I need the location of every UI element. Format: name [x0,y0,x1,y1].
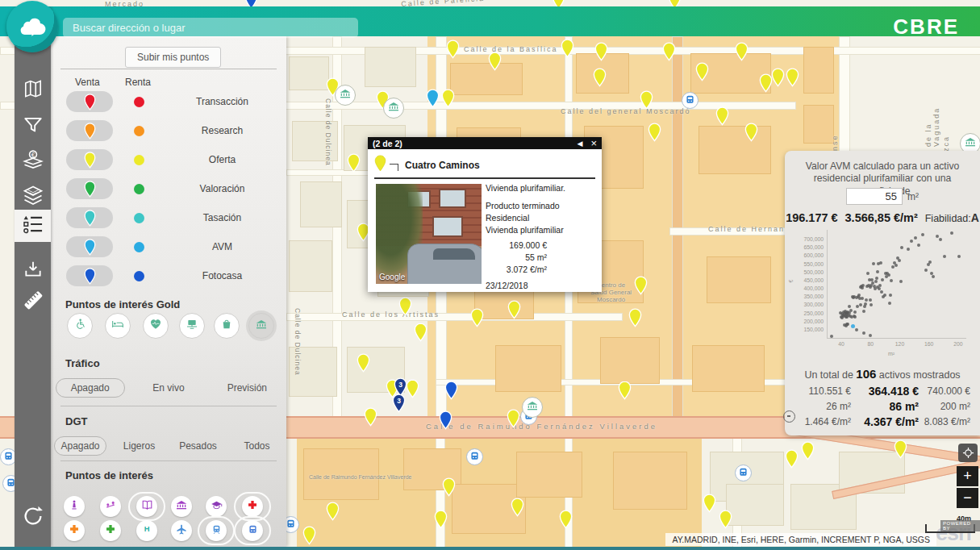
info-circle-icon[interactable] [783,410,795,423]
surface-input[interactable] [846,188,903,205]
sidebar-item-layers-cartography[interactable] [15,181,51,213]
poi-pharmacy[interactable] [64,520,85,541]
locate-button[interactable] [958,444,978,462]
venta-toggle-tasación[interactable] [66,207,113,228]
map-pin-fotocasa[interactable] [444,381,458,400]
sidebar-item-download[interactable] [15,255,51,287]
map-pin-oferta[interactable] [561,39,574,58]
poi-metro-station[interactable] [242,520,263,541]
upload-points-button[interactable]: Subir mis puntos [125,47,221,68]
map-pin-oferta[interactable] [786,68,799,87]
map-pin-oferta[interactable] [662,42,676,61]
popup-close-button[interactable]: × [590,140,597,148]
map-pin-oferta[interactable] [488,52,502,71]
map-pin-oferta[interactable] [648,123,661,142]
app-logo[interactable] [6,1,58,52]
map-pin-oferta[interactable] [618,381,632,400]
map-pin-oferta[interactable] [470,308,484,327]
venta-toggle-transacción[interactable] [66,91,113,112]
map-pin-oferta[interactable] [507,409,520,428]
venta-toggle-research[interactable] [66,120,113,141]
map-pin-oferta[interactable] [628,308,642,327]
gold-poi-health[interactable] [143,313,169,339]
dgt-option-pesados[interactable]: Pesados [169,437,227,455]
map-pin-oferta[interactable] [719,510,732,529]
zoom-in-button[interactable]: + [957,466,978,486]
map-pin-oferta[interactable] [398,297,412,316]
map-pin-cluster[interactable]: 3 [392,394,406,413]
poi-train-station[interactable] [206,520,227,541]
gold-poi-accessibility[interactable] [67,313,93,339]
map-pin-oferta[interactable] [594,42,608,61]
map-pin-oferta[interactable] [785,449,799,469]
venta-toggle-valoración[interactable] [66,178,113,199]
traffic-option-en-vivo[interactable]: En vivo [129,379,207,397]
map-pin-oferta[interactable] [302,526,316,545]
map-pin-oferta[interactable] [744,123,758,142]
map-metro-station[interactable] [735,465,752,481]
sidebar-item-legend[interactable] [15,210,51,242]
map-pin-oferta[interactable] [695,62,709,81]
map-pin-oferta[interactable] [703,494,716,513]
poi-hospital[interactable]: H [136,520,157,541]
venta-toggle-avm[interactable] [66,236,113,257]
sidebar-item-filter[interactable] [15,110,51,143]
renta-toggle-tasación[interactable] [134,213,144,223]
map-pin-oferta[interactable] [414,323,427,342]
gold-poi-hotel[interactable] [105,313,131,339]
map-metro-station[interactable] [682,92,699,109]
poi-museum[interactable] [171,496,192,517]
traffic-option-previsión[interactable]: Previsión [208,379,286,397]
map-pin-oferta[interactable] [593,68,607,87]
dgt-option-todos[interactable]: Todos [227,437,286,455]
map-pin-oferta[interactable] [326,502,340,521]
sidebar-item-measure[interactable] [15,285,51,318]
street-view-photo[interactable]: Google [376,184,482,284]
renta-toggle-avm[interactable] [134,242,144,252]
map-pin-oferta[interactable] [771,68,785,87]
map-pin-oferta[interactable] [511,498,524,517]
map-pin-oferta[interactable] [507,300,521,319]
search-input[interactable] [63,18,358,38]
map-bank-poi[interactable] [335,85,356,106]
poi-playground[interactable] [100,496,121,517]
poi-education[interactable] [206,496,227,517]
map-pin-oferta[interactable] [634,276,648,295]
map-pin-oferta[interactable] [347,153,361,173]
venta-toggle-oferta[interactable] [66,149,113,170]
renta-toggle-transacción[interactable] [134,97,144,107]
gold-poi-bank[interactable] [248,313,274,339]
map-bank-poi[interactable] [522,397,543,418]
traffic-option-apagado[interactable]: Apagado [51,378,129,398]
poi-library[interactable] [136,496,157,517]
zoom-out-button[interactable]: − [957,488,978,508]
map-bank-poi[interactable] [383,98,404,119]
sidebar-item-map[interactable] [15,74,51,106]
map-pin-oferta[interactable] [715,106,729,126]
dgt-option-apagado[interactable]: Apagado [51,436,110,456]
map-pin-oferta[interactable] [801,441,815,460]
map-pin-oferta[interactable] [894,440,907,459]
sidebar-item-layers-valuations[interactable]: € [15,145,51,177]
map-pin-oferta[interactable] [357,353,370,373]
renta-toggle-research[interactable] [134,126,144,136]
map-pin-oferta[interactable] [442,477,456,497]
renta-toggle-oferta[interactable] [134,155,144,165]
renta-toggle-valoración[interactable] [134,184,144,194]
poi-monument[interactable] [64,496,85,517]
map-pin-oferta[interactable] [434,510,448,529]
venta-toggle-fotocasa[interactable] [66,265,113,286]
poi-airport[interactable] [171,520,192,541]
map-pin-oferta[interactable] [640,90,653,110]
map-pin-avm[interactable] [426,89,440,108]
popup-prev-button[interactable]: ◀ [569,140,590,148]
renta-toggle-fotocasa[interactable] [134,271,144,281]
map-pin-fotocasa[interactable] [439,410,452,430]
dgt-option-ligeros[interactable]: Ligeros [110,437,169,455]
poi-health-center[interactable] [100,520,121,541]
map-pin-oferta[interactable] [446,40,460,59]
map-pin-oferta[interactable] [441,89,455,108]
gold-poi-shopping[interactable] [214,313,240,339]
map-pin-oferta[interactable] [364,407,377,427]
map-pin-oferta[interactable] [406,379,419,398]
